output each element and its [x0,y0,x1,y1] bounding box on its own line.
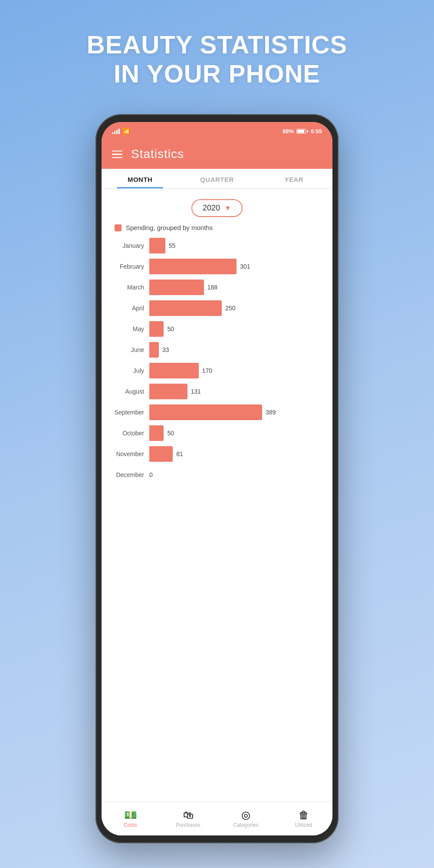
nav-item-costs[interactable]: 💵 Costs [102,802,159,835]
chart-value: 250 [225,305,235,312]
chart-legend: Spending, grouped by months [102,224,332,237]
year-selector-row: 2020 ▼ [102,189,332,224]
clock: 6:55 [311,128,322,135]
year-value: 2020 [203,204,220,213]
tab-month[interactable]: MONTH [102,169,178,188]
app-header: Statistics [102,140,332,169]
chart-bar [149,279,204,295]
chevron-down-icon: ▼ [224,204,231,212]
chart-row: October 50 [102,425,326,441]
chart-container: January 55 February 301 March 188 April … [102,237,332,483]
tab-year[interactable]: YEAR [256,169,332,188]
chart-bar [149,300,222,316]
chart-value: 301 [240,263,250,270]
chart-month-label: May [102,326,149,332]
phone-frame: 📶 88% 6:55 St [95,114,339,843]
chart-value: 50 [167,326,174,332]
chart-value: 81 [176,450,183,457]
chart-value: 0 [149,471,153,478]
chart-bar [149,238,165,253]
chart-month-label: January [102,242,149,249]
year-selector[interactable]: 2020 ▼ [191,199,243,217]
chart-bar-wrap: 389 [149,404,326,420]
battery-icon [296,129,308,134]
chart-bar-wrap: 188 [149,279,326,295]
chart-month-label: March [102,284,149,291]
chart-row: March 188 [102,279,326,296]
battery-percent: 88% [283,128,294,135]
status-left: 📶 [112,128,130,135]
screen-inner: 📶 88% 6:55 St [102,122,332,835]
hamburger-menu[interactable] [112,151,122,158]
costs-label: Costs [124,822,137,828]
chart-bar [149,363,199,378]
costs-icon: 💵 [124,810,137,820]
legend-label: Spending, grouped by months [126,224,213,231]
chart-row: February 301 [102,258,326,275]
chart-month-label: April [102,305,149,312]
chart-bar-wrap: 131 [149,384,326,399]
bottom-nav: 💵 Costs 🛍 Purchases ◎ Categories 🗑 Utili… [102,802,332,835]
chart-value: 131 [191,388,201,395]
chart-month-label: July [102,367,149,374]
hero-title: BEAUTY STATISTICS IN YOUR PHONE [87,30,347,88]
chart-month-label: September [102,409,149,416]
chart-row: July 170 [102,362,326,379]
nav-item-purchases[interactable]: 🛍 Purchases [159,802,217,835]
nav-item-categories[interactable]: ◎ Categories [217,802,275,835]
categories-label: Categories [233,822,258,828]
purchases-label: Purchases [176,822,201,828]
chart-bar-wrap: 55 [149,238,326,253]
status-right: 88% 6:55 [283,128,322,135]
utilized-label: Utilized [295,822,312,828]
chart-bar-wrap: 301 [149,259,326,274]
chart-bar-wrap: 33 [149,342,326,358]
utilized-icon: 🗑 [299,810,309,820]
tab-quarter[interactable]: QUARTER [178,169,255,188]
chart-bar-wrap: 250 [149,300,326,316]
purchases-icon: 🛍 [183,810,194,820]
chart-bar-wrap: 170 [149,363,326,378]
chart-bar [149,404,262,420]
chart-bar-wrap: 81 [149,446,326,462]
chart-row: August 131 [102,383,326,400]
chart-value: 50 [167,430,174,437]
chart-bar-wrap: 50 [149,425,326,441]
chart-bar [149,259,237,274]
app-title: Statistics [131,147,184,161]
status-bar: 📶 88% 6:55 [102,122,332,140]
chart-value: 389 [266,409,276,416]
scroll-content[interactable]: 2020 ▼ Spending, grouped by months Janua… [102,189,332,802]
nav-item-utilized[interactable]: 🗑 Utilized [275,802,332,835]
chart-value: 33 [162,346,169,353]
categories-icon: ◎ [241,810,250,820]
chart-value: 55 [169,242,176,249]
chart-row: June 33 [102,342,326,358]
chart-row: April 250 [102,300,326,316]
hero-section: BEAUTY STATISTICS IN YOUR PHONE [69,0,365,88]
chart-month-label: August [102,388,149,395]
legend-color-box [115,224,122,231]
chart-month-label: June [102,346,149,353]
chart-bar-wrap: 0 [149,471,326,478]
chart-row: December 0 [102,467,326,483]
chart-row: September 389 [102,404,326,421]
chart-month-label: December [102,471,149,478]
chart-row: May 50 [102,321,326,337]
tabs-bar: MONTH QUARTER YEAR [102,169,332,189]
chart-row: January 55 [102,237,326,254]
chart-bar [149,446,173,462]
chart-value: 188 [207,284,217,291]
phone-mockup: 📶 88% 6:55 St [95,114,339,843]
chart-value: 170 [202,367,212,374]
chart-row: November 81 [102,446,326,462]
chart-bar [149,384,187,399]
chart-bar-wrap: 50 [149,321,326,337]
chart-month-label: November [102,450,149,457]
chart-bar [149,342,159,358]
chart-month-label: February [102,263,149,270]
wifi-icon: 📶 [122,128,130,135]
phone-screen: 📶 88% 6:55 St [102,122,332,835]
chart-month-label: October [102,430,149,437]
signal-icon [112,128,120,134]
